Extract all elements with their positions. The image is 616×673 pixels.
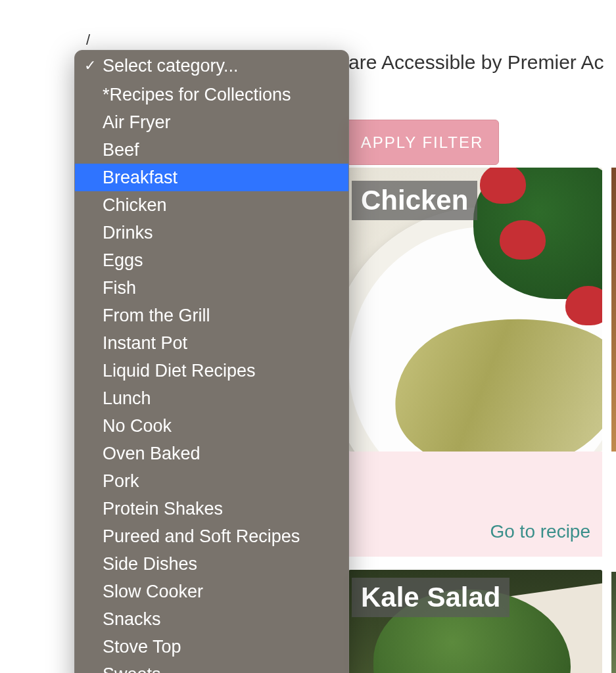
dropdown-option-label: Beef (103, 140, 139, 160)
dropdown-option-label: Pureed and Soft Recipes (103, 526, 300, 547)
dropdown-option-label: Select category... (103, 56, 239, 76)
page-heading: are Accessible by Premier Ac (348, 51, 604, 74)
dropdown-option[interactable]: Lunch (75, 384, 348, 412)
dropdown-option[interactable]: Liquid Diet Recipes (75, 357, 348, 384)
dropdown-option[interactable]: Breakfast (75, 164, 348, 191)
breadcrumb-separator: / (86, 32, 90, 49)
adjacent-card-sliver (611, 572, 616, 673)
dropdown-option[interactable]: Pork (75, 467, 348, 495)
dropdown-option[interactable]: Instant Pot (75, 329, 348, 357)
dropdown-option-label: Lunch (103, 388, 151, 409)
dropdown-option-label: *Recipes for Collections (103, 85, 291, 105)
dropdown-option[interactable]: Side Dishes (75, 550, 348, 578)
adjacent-card-sliver (611, 168, 616, 452)
dropdown-option-label: Fish (103, 278, 136, 298)
go-to-recipe-link[interactable]: Go to recipe (490, 521, 590, 542)
dropdown-option[interactable]: From the Grill (75, 302, 348, 329)
recipe-cards: Chicken Go to recipe Kale Salad (348, 168, 602, 673)
dropdown-option-label: Drinks (103, 223, 153, 243)
dropdown-option[interactable]: Protein Shakes (75, 495, 348, 522)
dropdown-option-label: Pork (103, 471, 139, 492)
dropdown-option-label: From the Grill (103, 306, 210, 326)
dropdown-option-label: Stove Top (103, 637, 181, 657)
dropdown-option[interactable]: Eggs (75, 246, 348, 274)
dropdown-option[interactable]: Drinks (75, 219, 348, 246)
dropdown-option-label: Side Dishes (103, 554, 197, 574)
dropdown-option-label: Snacks (103, 609, 161, 630)
dropdown-option-label: Liquid Diet Recipes (103, 361, 256, 381)
dropdown-option[interactable]: Pureed and Soft Recipes (75, 522, 348, 550)
dropdown-option[interactable]: Fish (75, 274, 348, 302)
strawberry-graphic (500, 220, 546, 260)
dropdown-option[interactable]: Snacks (75, 605, 348, 633)
dropdown-option[interactable]: Stove Top (75, 633, 348, 661)
dropdown-option[interactable]: Beef (75, 136, 348, 164)
dropdown-option-label: Protein Shakes (103, 499, 223, 519)
recipe-card-image[interactable]: Chicken (348, 168, 602, 452)
apply-filter-button[interactable]: APPLY FILTER (345, 120, 499, 165)
dropdown-option[interactable]: No Cook (75, 412, 348, 440)
dropdown-option-label: Instant Pot (103, 333, 187, 354)
dropdown-option[interactable]: Chicken (75, 191, 348, 219)
dropdown-option-label: Oven Baked (103, 444, 201, 464)
strawberry-graphic (480, 168, 526, 204)
recipe-card-image[interactable]: Kale Salad (348, 570, 602, 673)
dropdown-option-label: Sweets (103, 664, 161, 673)
dropdown-option[interactable]: Sweets (75, 661, 348, 673)
dropdown-placeholder-option[interactable]: ✓Select category... (75, 51, 348, 81)
recipe-card-title: Kale Salad (352, 578, 509, 617)
dropdown-option-label: Eggs (103, 250, 143, 271)
check-icon: ✓ (84, 57, 96, 74)
dropdown-option-label: Slow Cooker (103, 582, 203, 602)
recipe-card-title: Chicken (352, 181, 477, 220)
dropdown-option-label: Breakfast (103, 168, 178, 188)
strawberry-graphic (565, 286, 602, 325)
dropdown-option-label: Air Fryer (103, 112, 171, 133)
category-dropdown[interactable]: ✓Select category...*Recipes for Collecti… (74, 50, 349, 673)
dropdown-option-label: Chicken (103, 195, 167, 216)
dropdown-option[interactable]: Oven Baked (75, 440, 348, 467)
dropdown-option[interactable]: Slow Cooker (75, 578, 348, 605)
recipe-card-footer: Go to recipe (348, 452, 602, 557)
dropdown-option[interactable]: Air Fryer (75, 108, 348, 136)
dropdown-option[interactable]: *Recipes for Collections (75, 81, 348, 108)
dropdown-option-label: No Cook (103, 416, 172, 436)
